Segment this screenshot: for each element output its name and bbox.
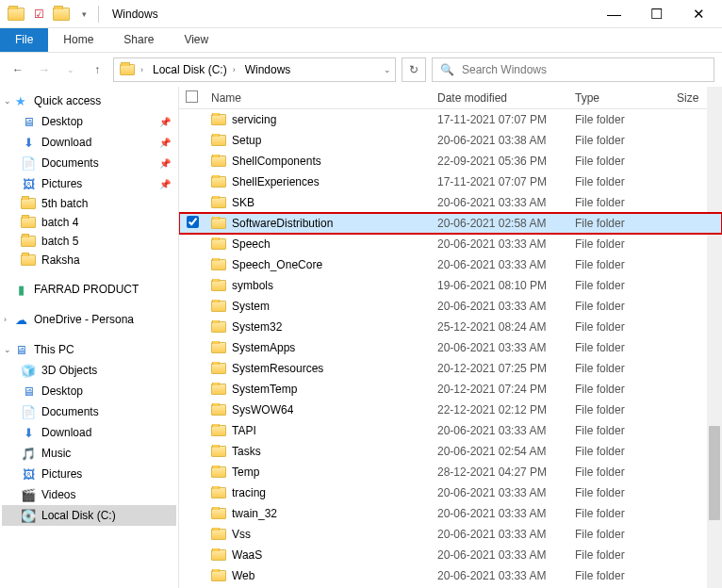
nav-pc-item[interactable]: 🖥Desktop — [2, 381, 176, 401]
tab-share[interactable]: Share — [108, 28, 169, 52]
pc-icon: 🖥 — [13, 342, 28, 357]
table-row[interactable]: twain_32 20-06-2021 03:33 AM File folder — [179, 503, 722, 524]
nav-back-button[interactable]: ← — [8, 59, 28, 80]
nav-qa-item[interactable]: ⬇Download📌 — [2, 132, 176, 153]
nav-pc-item[interactable]: 🎬Videos — [2, 484, 176, 505]
row-checkbox[interactable] — [187, 216, 199, 228]
qat-folder-icon[interactable] — [6, 4, 26, 24]
refresh-button[interactable]: ↻ — [402, 57, 426, 82]
nav-qa-item[interactable]: 📄Documents📌 — [2, 153, 176, 173]
folder-icon — [211, 363, 226, 374]
table-row[interactable]: System32 25-12-2021 08:24 AM File folder — [179, 317, 722, 337]
table-row[interactable]: ShellComponents 22-09-2021 05:36 PM File… — [179, 151, 722, 172]
file-name: Speech_OneCore — [232, 258, 322, 271]
column-type[interactable]: Type — [569, 91, 671, 105]
table-row[interactable]: SysWOW64 22-12-2021 02:12 PM File folder — [179, 400, 722, 420]
nav-pc-item[interactable]: ⬇Download — [2, 422, 176, 443]
table-row[interactable]: SystemApps 20-06-2021 03:33 AM File fold… — [179, 337, 722, 358]
table-row[interactable]: servicing 17-11-2021 07:07 PM File folde… — [179, 109, 722, 130]
file-type: File folder — [569, 175, 671, 188]
table-row[interactable]: Speech 20-06-2021 03:33 AM File folder — [179, 234, 722, 254]
file-name: Vss — [232, 528, 251, 541]
nav-quick-access[interactable]: ⌄ ★ Quick access — [2, 90, 176, 111]
table-row[interactable]: Speech_OneCore 20-06-2021 03:33 AM File … — [179, 254, 722, 275]
column-checkbox[interactable] — [179, 90, 205, 106]
file-date: 20-06-2021 03:33 AM — [432, 341, 569, 354]
file-date: 20-06-2021 03:33 AM — [432, 424, 569, 437]
qat-dropdown-icon[interactable]: ▾ — [74, 4, 94, 24]
file-date: 20-06-2021 03:33 AM — [432, 486, 569, 499]
nav-qa-item[interactable]: 🖥Desktop📌 — [2, 111, 176, 132]
table-row[interactable]: SystemResources 20-12-2021 07:25 PM File… — [179, 358, 722, 379]
scroll-thumb[interactable] — [709, 426, 720, 520]
tab-view[interactable]: View — [169, 28, 223, 52]
nav-pc-item[interactable]: 🧊3D Objects — [2, 360, 176, 381]
file-name: TAPI — [232, 424, 256, 437]
folder-icon — [211, 259, 226, 270]
table-row[interactable]: Temp 28-12-2021 04:27 PM File folder — [179, 462, 722, 482]
file-name: SysWOW64 — [232, 403, 293, 416]
table-row[interactable]: Web 20-06-2021 03:33 AM File folder — [179, 565, 722, 586]
nav-qa-item[interactable]: Raksha — [2, 251, 176, 270]
tab-file[interactable]: File — [0, 28, 48, 52]
file-name: symbols — [232, 279, 273, 292]
qat-check-icon[interactable]: ☑ — [28, 4, 49, 24]
file-date: 20-06-2021 03:38 AM — [432, 134, 569, 147]
column-headers: Name Date modified Type Size — [179, 87, 722, 109]
nav-this-pc[interactable]: ⌄ 🖥 This PC — [2, 339, 176, 360]
table-row[interactable]: SystemTemp 20-12-2021 07:24 PM File fold… — [179, 379, 722, 400]
table-row[interactable]: WaaS 20-06-2021 03:33 AM File folder — [179, 545, 722, 565]
table-row[interactable]: System 20-06-2021 03:33 AM File folder — [179, 296, 722, 317]
file-date: 22-09-2021 05:36 PM — [432, 155, 569, 168]
table-row[interactable]: Setup 20-06-2021 03:38 AM File folder — [179, 130, 722, 151]
column-date[interactable]: Date modified — [432, 91, 569, 105]
address-dropdown-icon[interactable]: ⌄ — [382, 65, 393, 74]
nav-farrad[interactable]: ▮ FARRAD PRODUCT — [2, 279, 176, 300]
close-button[interactable]: ✕ — [678, 0, 720, 28]
file-date: 20-12-2021 07:25 PM — [432, 362, 569, 375]
table-row[interactable]: ShellExperiences 17-11-2021 07:07 PM Fil… — [179, 172, 722, 192]
table-row[interactable]: Vss 20-06-2021 03:33 AM File folder — [179, 524, 722, 545]
address-box[interactable]: › Local Disk (C:)› Windows ⌄ — [113, 57, 396, 82]
maximize-button[interactable]: ☐ — [635, 0, 678, 28]
folder-icon — [21, 236, 36, 247]
nav-onedrive[interactable]: › ☁ OneDrive - Persona — [2, 309, 176, 330]
file-type: File folder — [569, 424, 671, 437]
pin-icon: 📌 — [159, 179, 171, 189]
file-date: 20-06-2021 03:33 AM — [432, 569, 569, 582]
column-name[interactable]: Name — [205, 91, 432, 105]
file-date: 17-11-2021 07:07 PM — [432, 175, 569, 188]
qat-folder-icon-2[interactable] — [51, 4, 72, 24]
nav-qa-item[interactable]: batch 4 — [2, 213, 176, 232]
table-row[interactable]: SoftwareDistribution 20-06-2021 02:58 AM… — [179, 213, 722, 234]
table-row[interactable]: tracing 20-06-2021 03:33 AM File folder — [179, 482, 722, 503]
table-row[interactable]: symbols 19-06-2021 08:10 PM File folder — [179, 275, 722, 296]
file-type: File folder — [569, 466, 671, 479]
nav-qa-item[interactable]: 🖼Pictures📌 — [2, 173, 176, 194]
minimize-button[interactable]: — — [593, 0, 635, 28]
nav-up-button[interactable]: ↑ — [87, 59, 107, 80]
breadcrumb-segment: Windows — [241, 63, 295, 76]
file-type: File folder — [569, 383, 671, 396]
nav-pc-item[interactable]: 🖼Pictures — [2, 464, 176, 484]
nav-pc-item[interactable]: 💽Local Disk (C:) — [2, 505, 176, 526]
folder-icon — [211, 342, 226, 353]
table-row[interactable]: TAPI 20-06-2021 03:33 AM File folder — [179, 420, 722, 441]
table-row[interactable]: Tasks 20-06-2021 02:54 AM File folder — [179, 441, 722, 462]
folder-icon — [211, 321, 226, 333]
folder-icon — [211, 238, 226, 250]
nav-qa-item[interactable]: 5th batch — [2, 194, 176, 213]
star-icon: ★ — [13, 93, 28, 108]
nav-recent-dropdown[interactable]: ⌄ — [60, 59, 81, 80]
nav-pc-item[interactable]: 🎵Music — [2, 443, 176, 464]
search-input[interactable]: 🔍 Search Windows — [432, 57, 714, 82]
folder-icon — [211, 404, 226, 416]
folder-icon — [211, 466, 226, 478]
table-row[interactable]: SKB 20-06-2021 03:33 AM File folder — [179, 192, 722, 213]
scrollbar[interactable] — [707, 87, 722, 588]
tab-home[interactable]: Home — [48, 28, 108, 52]
nav-qa-item[interactable]: batch 5 — [2, 232, 176, 251]
file-name: SoftwareDistribution — [232, 217, 333, 230]
nav-forward-button[interactable]: → — [34, 59, 55, 80]
nav-pc-item[interactable]: 📄Documents — [2, 401, 176, 422]
